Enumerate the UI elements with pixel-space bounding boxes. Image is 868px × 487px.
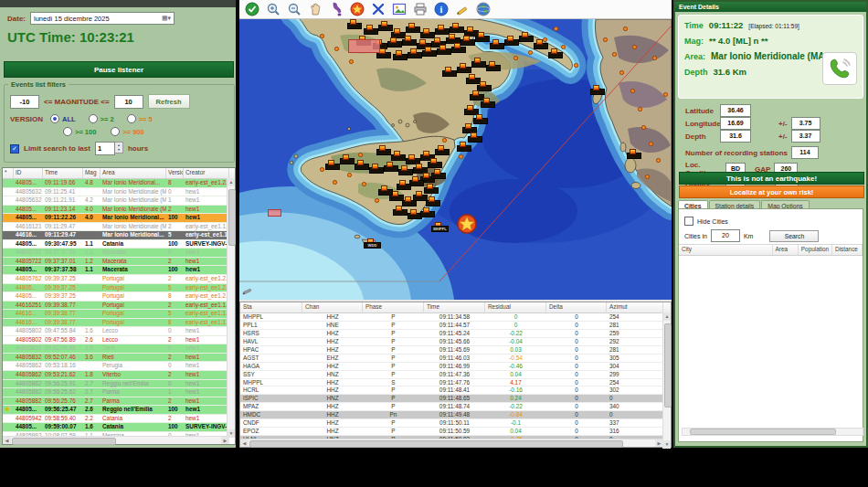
globe-icon[interactable] [476,2,491,16]
pick-row[interactable]: HCRLHHZP09:11:48.41-0.160302 [240,386,671,395]
cities-col-population[interactable]: Population [799,245,832,255]
cities-search-button[interactable]: Search [769,230,819,242]
pick-row[interactable]: PPL1HNEP09:11:44.5700281 [240,322,671,330]
picks-col-Sta[interactable]: Sta [240,302,302,312]
pan-hand-icon[interactable] [308,2,323,16]
events-col-Version[interactable]: Version [166,168,184,178]
zoom-out-icon[interactable] [287,2,302,16]
pick-row[interactable]: HAVLHHZP09:11:45.66-0.040292 [240,338,671,346]
event-row[interactable]: 44616...09:11:29.47Mar Ionio Meridional.… [3,231,235,240]
events-col-Creator[interactable]: Creator [184,168,229,178]
events-col-Mag[interactable]: Mag [83,168,101,178]
latitude-input[interactable] [720,104,751,117]
events-horizontal-scrollbar[interactable]: ◀ ▶ [3,436,229,444]
image-icon[interactable] [392,2,407,16]
event-row[interactable]: 44805...09:37:37.581.1Macerata100hew1 [3,266,235,275]
not-earthquake-button[interactable]: This is not an earthquake! [679,172,864,185]
calendar-icon[interactable]: ▦▾ [162,15,171,22]
depth-input[interactable] [720,130,751,143]
cities-col-area[interactable]: Area [773,245,799,255]
pick-row[interactable]: HAGAHHZP09:11:46.99-0.460304 [240,363,671,371]
picks-col-Time[interactable]: Time [424,302,485,312]
pick-row[interactable]: EPOZHHZP09:11:50.590.040316 [240,428,671,436]
pick-row[interactable]: MPAZHHZP09:11:48.74-0.220340 [240,403,671,411]
event-row[interactable]: 44616...09:39:38.77Portugal5early-est_ee… [3,310,235,319]
picks-col-Residual[interactable]: Residual [485,302,546,312]
version-option-3[interactable]: >= 100 [63,127,96,136]
events-table-header[interactable]: *IDTimeMagAreaVersionCreator [3,168,235,179]
event-row[interactable]: 4480572209:37:37.011.2Macerata0hew1 [3,249,235,258]
picks-table-header[interactable]: StaChanPhaseTimeResidualDeltaAzimut [240,302,671,313]
event-row[interactable]: ★44805...09:11:22.264.0Mar Ionio Meridio… [3,214,235,223]
cities-radius-input[interactable] [711,229,740,242]
limit-checkbox[interactable]: ✓ [10,144,19,154]
pick-row[interactable]: MHPPLHHZS09:11:47.764.170254 [240,379,671,387]
picks-col-Delta[interactable]: Delta [546,302,607,312]
italy-icon[interactable] [329,2,344,16]
close-x-icon[interactable] [371,2,386,16]
events-col-ID[interactable]: ID [14,168,43,178]
confirm-icon[interactable] [245,2,259,16]
version-option-1[interactable]: >= 2 [89,114,114,123]
event-row[interactable]: 44805...09:59:00.071.6Catania100SURVEY-I… [3,423,235,432]
event-row[interactable]: 4480583209:52:07.463.6Rieti2hew1 [3,354,235,363]
version-option-2[interactable]: >= 5 [127,114,153,123]
pick-row[interactable]: SSYHNZP09:11:47.360.040299 [240,371,671,379]
event-row[interactable]: 44805...09:39:37.25Portugal5early-est_ee… [3,284,235,293]
picks-horizontal-scrollbar[interactable]: ◀ ▶ [240,439,663,447]
pick-row[interactable]: MHPPLHHZP09:11:34.5800254 [240,313,671,322]
event-row[interactable]: 4480576209:39:37.25Portugal2early-est_ee… [3,275,235,284]
pick-row[interactable]: HSRSHHZP09:11:45.24-0.220259 [240,330,671,338]
event-star-icon[interactable] [350,2,365,16]
map-station-label-MHPPL[interactable]: MHPPL [431,226,449,232]
event-row[interactable]: 44805...09:11:19.664.8Mar Ionio Meridion… [3,179,235,188]
events-col-Area[interactable]: Area [101,168,166,178]
pause-listener-button[interactable]: Pause listener [4,61,234,78]
event-row[interactable]: ★44805...09:56:25.472.6Reggio nell'Emili… [3,406,235,415]
map[interactable]: MHPPLWDD [239,19,672,300]
hide-cities-checkbox[interactable] [684,217,693,226]
event-row[interactable]: 4480594209:58:59.402.2Catania2hew1 [3,415,235,424]
event-row[interactable]: 4480563209:11:21.914.2Mar Ionio Meridion… [3,196,235,206]
event-row[interactable]: 4480586209:53:18.16Perugia0hew1 [3,362,235,371]
event-row[interactable]: 44805...09:30:47.951.1Catania100SURVEY-I… [3,240,235,249]
mag-max-input[interactable] [114,95,143,109]
print-icon[interactable] [413,2,428,16]
event-row[interactable]: 4480588209:56:25.912.7Reggio nell'Emilia… [3,380,235,389]
cities-horizontal-scrollbar[interactable] [682,428,863,436]
event-row[interactable]: 4480580209:47:55.841.6Lecco0hew1 [3,327,235,336]
date-picker[interactable]: lunedì 15 dicembre 2025 ▦▾ [30,12,175,25]
pick-row[interactable]: HMDCHHZPn09:11:49.48-0.8400 [240,411,671,419]
pick-row[interactable]: CNDFHHZP09:11:50.11-0.10337 [240,419,671,428]
picks-col-Phase[interactable]: Phase [363,302,424,312]
version-option-0[interactable]: ALL [50,114,76,123]
refresh-button[interactable]: Refresh [148,94,190,109]
event-row[interactable]: 44616...09:39:38.77Portugal8early-est_ee… [3,319,235,328]
event-row[interactable]: 4480563209:11:25.41Mar Ionio Meridionale… [3,188,235,197]
version-option-4[interactable]: >= 900 [111,127,143,136]
cities-table-header[interactable]: CityAreaPopulationDistance [679,244,863,256]
pick-row[interactable]: HPACHHZP09:11:45.690.030281 [240,346,671,355]
event-row[interactable]: 4461612109:11:29.47Mar Ionio Meridionale… [3,223,235,232]
event-row[interactable]: 4480580209:47:56.892.6Lecco2hew1 [3,336,235,345]
event-row[interactable]: 4480588209:56:25.622.7Parma1hew1 [3,388,235,397]
stations-count-input[interactable] [791,146,819,159]
event-row[interactable]: 4480583209:52:08.683.8Terni0hew1 [3,344,235,354]
picks-col-Chan[interactable]: Chan [302,302,363,312]
info-icon[interactable]: i [434,2,449,16]
map-station-label-WDD[interactable]: WDD [364,242,381,249]
localize-button[interactable]: Localize at your own risk! [679,185,864,198]
event-row[interactable]: 4461625109:39:38.77Portugal2early-est_ee… [3,302,235,311]
events-vertical-scrollbar[interactable]: ▲ ▼ [227,178,235,438]
mag-min-input[interactable] [10,95,39,109]
pick-row[interactable]: AGSTEHZP09:11:46.03-0.540305 [240,355,671,363]
depth-error-input[interactable] [791,130,820,143]
event-row[interactable]: 44805...09:39:37.25Portugal8early-est_ee… [3,292,235,302]
picks-vertical-scrollbar[interactable]: ▲ ▼ [662,312,671,449]
cities-col-city[interactable]: City [679,245,773,255]
draw-icon[interactable] [455,2,470,16]
event-row[interactable]: 44805...09:11:23.144.0Mar Ionio Meridion… [3,206,235,215]
event-row[interactable]: 4480572209:37:37.011.2Macerata2hew1 [3,258,235,267]
zoom-in-icon[interactable] [266,2,281,16]
pick-row[interactable]: ISPICHNZP09:11:48.650.2400 [240,395,671,403]
